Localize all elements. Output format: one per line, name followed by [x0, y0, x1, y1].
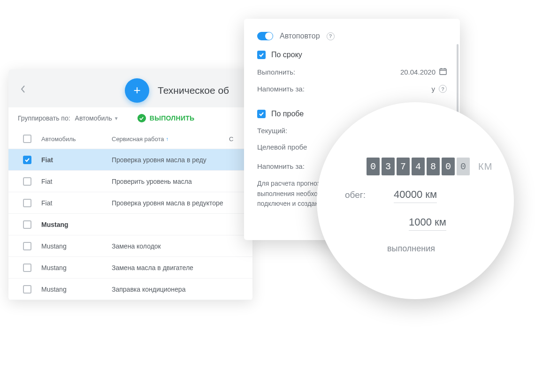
cell-vehicle: Mustang: [41, 221, 112, 228]
cell-vehicle: Fiat: [41, 156, 112, 164]
target-mileage-label: Целевой пробе: [257, 143, 307, 151]
calendar-icon[interactable]: [439, 68, 447, 76]
remind-value[interactable]: у: [432, 85, 436, 93]
odometer-digit: 4: [412, 158, 425, 175]
cell-vehicle: Mustang: [41, 264, 112, 271]
table-row[interactable]: Mustang: [8, 214, 252, 235]
execute-date-label: Выполнить:: [257, 68, 295, 76]
cell-job: Заправка кондиционера: [112, 286, 229, 293]
execute-label: ВЫПОЛНИТЬ: [150, 114, 195, 122]
autorepeat-label: Автоповтор: [280, 32, 320, 40]
by-mileage-label: По пробе: [271, 110, 304, 118]
cell-job: Проверка уровня масла в редукторе: [112, 199, 229, 207]
checkmark-icon: [138, 114, 146, 122]
odometer-digit: 0: [457, 158, 470, 175]
odometer: 0374800 КМ: [345, 158, 491, 175]
execute-date-value[interactable]: 20.04.2020: [400, 68, 436, 76]
row-checkbox[interactable]: [23, 285, 31, 294]
target-mileage-value[interactable]: 40000 км: [394, 188, 437, 203]
help-icon[interactable]: ?: [439, 85, 447, 93]
by-mileage-checkbox[interactable]: [257, 110, 266, 118]
group-by-label: Группировать по:: [18, 114, 70, 122]
cell-job: Проверка уровня масла в реду: [112, 156, 229, 164]
km-unit: КМ: [478, 161, 492, 172]
chevron-down-icon: ▼: [114, 116, 119, 121]
remind-label: Напомнить за:: [257, 85, 305, 93]
table-row[interactable]: FiatПроверить уровень масла: [8, 171, 252, 192]
current-mileage-label: Текущий:: [257, 127, 287, 135]
svg-rect-0: [440, 69, 446, 75]
back-chevron-icon[interactable]: [18, 83, 28, 98]
table-row[interactable]: FiatПроверка уровня масла в редукторе: [8, 192, 252, 214]
cell-vehicle: Mustang: [41, 242, 112, 250]
cell-job: Замена масла в двигателе: [112, 264, 229, 271]
odometer-digit: 7: [397, 158, 410, 175]
cell-vehicle: Fiat: [41, 199, 112, 207]
table-row[interactable]: MustangЗамена масла в двигателе: [8, 257, 252, 279]
table-row[interactable]: MustangЗаправка кондиционера: [8, 279, 252, 300]
row-checkbox[interactable]: [23, 264, 31, 272]
target-mileage-fragment: обег:: [345, 190, 366, 200]
col-job[interactable]: Сервисная работа ↑: [112, 136, 229, 143]
table-head-row: Автомобиль Сервисная работа ↑ С: [8, 129, 252, 149]
odometer-digit: 0: [367, 158, 380, 175]
remind-mileage-value[interactable]: 1000 км: [409, 216, 446, 231]
cell-vehicle: Mustang: [41, 286, 112, 293]
by-date-label: По сроку: [271, 51, 302, 59]
row-checkbox[interactable]: [23, 220, 31, 229]
table-row[interactable]: FiatПроверка уровня масла в реду: [8, 149, 252, 171]
col-vehicle[interactable]: Автомобиль: [41, 136, 112, 143]
group-by-value: Автомобиль: [75, 114, 112, 122]
magnifier-overlay: 0374800 КМ обег: 40000 км 1000 км выполн…: [317, 102, 514, 299]
footer-fragment: выполнения: [345, 244, 491, 254]
row-checkbox[interactable]: [23, 199, 31, 207]
add-button[interactable]: +: [125, 78, 149, 103]
remind-mileage-label: Напомнить за:: [257, 162, 305, 170]
row-checkbox[interactable]: [23, 156, 31, 164]
toolbar: Группировать по: Автомобиль ▼ ВЫПОЛНИТЬ: [8, 107, 252, 129]
sort-asc-icon: ↑: [166, 136, 168, 142]
maintenance-table-panel: + Техническое об Группировать по: Автомо…: [8, 69, 252, 300]
row-checkbox[interactable]: [23, 242, 31, 250]
group-by-dropdown[interactable]: Автомобиль ▼: [75, 114, 119, 122]
odometer-digit: 8: [427, 158, 440, 175]
by-date-checkbox[interactable]: [257, 51, 266, 59]
execute-button[interactable]: ВЫПОЛНИТЬ: [138, 114, 195, 122]
cell-job: Проверить уровень масла: [112, 178, 229, 185]
select-all-checkbox[interactable]: [23, 135, 31, 143]
help-icon[interactable]: ?: [327, 32, 335, 40]
row-checkbox[interactable]: [23, 177, 31, 186]
table-row[interactable]: MustangЗамена колодок: [8, 235, 252, 257]
cell-job: Замена колодок: [112, 242, 229, 250]
odometer-digit: 0: [442, 158, 455, 175]
autorepeat-toggle[interactable]: [257, 32, 273, 40]
table-header: + Техническое об: [8, 69, 252, 107]
odometer-digit: 3: [382, 158, 395, 175]
table-body: FiatПроверка уровня масла в редуFiatПров…: [8, 149, 252, 300]
page-title: Техническое об: [158, 85, 229, 96]
cell-vehicle: Fiat: [41, 178, 112, 185]
